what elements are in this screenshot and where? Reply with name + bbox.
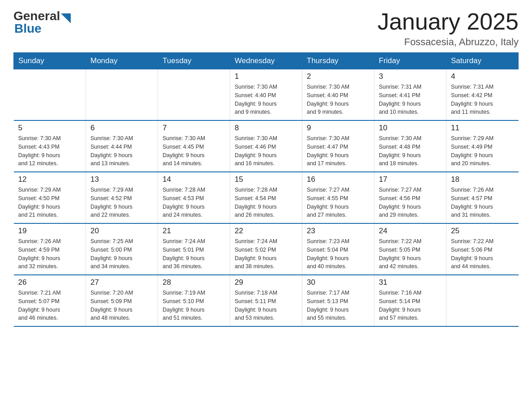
title-section: January 2025 Fossacesia, Abruzzo, Italy: [378, 9, 519, 48]
calendar-cell: 14Sunrise: 7:28 AM Sunset: 4:53 PM Dayli…: [158, 172, 230, 223]
day-number: 24: [379, 227, 442, 235]
day-info: Sunrise: 7:29 AM Sunset: 4:52 PM Dayligh…: [90, 186, 153, 219]
day-number: 27: [90, 278, 153, 287]
day-info: Sunrise: 7:30 AM Sunset: 4:47 PM Dayligh…: [307, 134, 369, 168]
calendar-cell: [446, 275, 519, 326]
calendar-cell: 7Sunrise: 7:30 AM Sunset: 4:45 PM Daylig…: [158, 120, 230, 172]
calendar-subtitle: Fossacesia, Abruzzo, Italy: [378, 36, 519, 48]
day-info: Sunrise: 7:28 AM Sunset: 4:54 PM Dayligh…: [235, 186, 297, 219]
calendar-week-row: 26Sunrise: 7:21 AM Sunset: 5:07 PM Dayli…: [14, 275, 519, 326]
calendar-cell: 4Sunrise: 7:31 AM Sunset: 4:42 PM Daylig…: [446, 69, 519, 121]
day-number: 15: [235, 175, 297, 184]
day-header-wednesday: Wednesday: [230, 53, 302, 69]
calendar-cell: [14, 69, 86, 121]
calendar-cell: 5Sunrise: 7:30 AM Sunset: 4:43 PM Daylig…: [14, 120, 86, 172]
day-header-saturday: Saturday: [446, 53, 519, 69]
day-number: 30: [307, 278, 369, 287]
calendar-cell: 24Sunrise: 7:22 AM Sunset: 5:05 PM Dayli…: [374, 223, 446, 275]
calendar-cell: 20Sunrise: 7:25 AM Sunset: 5:00 PM Dayli…: [86, 223, 158, 275]
calendar-cell: [86, 69, 158, 121]
calendar-cell: 15Sunrise: 7:28 AM Sunset: 4:54 PM Dayli…: [230, 172, 302, 223]
calendar-week-row: 5Sunrise: 7:30 AM Sunset: 4:43 PM Daylig…: [14, 120, 519, 172]
day-number: 21: [163, 227, 225, 235]
day-number: 18: [451, 175, 514, 184]
calendar-cell: 21Sunrise: 7:24 AM Sunset: 5:01 PM Dayli…: [158, 223, 230, 275]
day-header-monday: Monday: [86, 53, 158, 69]
day-number: 20: [90, 227, 153, 235]
day-info: Sunrise: 7:21 AM Sunset: 5:07 PM Dayligh…: [18, 289, 82, 322]
day-info: Sunrise: 7:31 AM Sunset: 4:42 PM Dayligh…: [451, 83, 514, 116]
day-info: Sunrise: 7:16 AM Sunset: 5:14 PM Dayligh…: [379, 289, 442, 322]
day-info: Sunrise: 7:30 AM Sunset: 4:48 PM Dayligh…: [379, 134, 442, 168]
calendar-cell: 17Sunrise: 7:27 AM Sunset: 4:56 PM Dayli…: [374, 172, 446, 223]
day-info: Sunrise: 7:29 AM Sunset: 4:49 PM Dayligh…: [451, 134, 514, 168]
day-info: Sunrise: 7:31 AM Sunset: 4:41 PM Dayligh…: [379, 83, 442, 116]
day-info: Sunrise: 7:22 AM Sunset: 5:06 PM Dayligh…: [451, 237, 514, 271]
calendar-table: SundayMondayTuesdayWednesdayThursdayFrid…: [13, 52, 519, 327]
day-info: Sunrise: 7:24 AM Sunset: 5:01 PM Dayligh…: [163, 237, 225, 271]
day-header-thursday: Thursday: [302, 53, 374, 69]
calendar-title: January 2025: [378, 9, 519, 34]
day-number: 23: [307, 227, 369, 235]
calendar-cell: 13Sunrise: 7:29 AM Sunset: 4:52 PM Dayli…: [86, 172, 158, 223]
day-info: Sunrise: 7:18 AM Sunset: 5:11 PM Dayligh…: [235, 289, 297, 322]
day-info: Sunrise: 7:27 AM Sunset: 4:55 PM Dayligh…: [307, 186, 369, 219]
day-info: Sunrise: 7:27 AM Sunset: 4:56 PM Dayligh…: [379, 186, 442, 219]
day-info: Sunrise: 7:26 AM Sunset: 4:57 PM Dayligh…: [451, 186, 514, 219]
calendar-week-row: 12Sunrise: 7:29 AM Sunset: 4:50 PM Dayli…: [14, 172, 519, 223]
day-number: 25: [451, 227, 514, 235]
calendar-cell: 28Sunrise: 7:19 AM Sunset: 5:10 PM Dayli…: [158, 275, 230, 326]
calendar-cell: 3Sunrise: 7:31 AM Sunset: 4:41 PM Daylig…: [374, 69, 446, 121]
day-info: Sunrise: 7:22 AM Sunset: 5:05 PM Dayligh…: [379, 237, 442, 271]
calendar-cell: 1Sunrise: 7:30 AM Sunset: 4:40 PM Daylig…: [230, 69, 302, 121]
day-info: Sunrise: 7:25 AM Sunset: 5:00 PM Dayligh…: [90, 237, 153, 271]
day-number: 9: [307, 124, 369, 133]
day-info: Sunrise: 7:30 AM Sunset: 4:45 PM Dayligh…: [163, 134, 225, 168]
day-info: Sunrise: 7:30 AM Sunset: 4:44 PM Dayligh…: [90, 134, 153, 168]
day-number: 2: [307, 72, 369, 81]
calendar-cell: 9Sunrise: 7:30 AM Sunset: 4:47 PM Daylig…: [302, 120, 374, 172]
day-number: 3: [379, 72, 442, 81]
day-number: 17: [379, 175, 442, 184]
calendar-cell: [158, 69, 230, 121]
calendar-cell: 19Sunrise: 7:26 AM Sunset: 4:59 PM Dayli…: [14, 223, 86, 275]
day-info: Sunrise: 7:17 AM Sunset: 5:13 PM Dayligh…: [307, 289, 369, 322]
day-number: 22: [235, 227, 297, 235]
day-info: Sunrise: 7:20 AM Sunset: 5:09 PM Dayligh…: [90, 289, 153, 322]
day-info: Sunrise: 7:29 AM Sunset: 4:50 PM Dayligh…: [18, 186, 82, 219]
day-number: 19: [18, 227, 82, 235]
day-info: Sunrise: 7:30 AM Sunset: 4:43 PM Dayligh…: [18, 134, 82, 168]
calendar-week-row: 1Sunrise: 7:30 AM Sunset: 4:40 PM Daylig…: [14, 69, 519, 121]
calendar-cell: 22Sunrise: 7:24 AM Sunset: 5:02 PM Dayli…: [230, 223, 302, 275]
day-info: Sunrise: 7:24 AM Sunset: 5:02 PM Dayligh…: [235, 237, 297, 271]
logo-blue-text: Blue: [14, 21, 71, 36]
day-info: Sunrise: 7:19 AM Sunset: 5:10 PM Dayligh…: [163, 289, 225, 322]
day-number: 12: [18, 175, 82, 184]
page-header: General Blue January 2025 Fossacesia, Ab…: [13, 9, 519, 48]
day-number: 1: [235, 72, 297, 81]
day-number: 5: [18, 124, 82, 133]
calendar-cell: 30Sunrise: 7:17 AM Sunset: 5:13 PM Dayli…: [302, 275, 374, 326]
day-info: Sunrise: 7:30 AM Sunset: 4:40 PM Dayligh…: [307, 83, 369, 116]
day-number: 7: [163, 124, 225, 133]
calendar-cell: 6Sunrise: 7:30 AM Sunset: 4:44 PM Daylig…: [86, 120, 158, 172]
day-number: 6: [90, 124, 153, 133]
calendar-cell: 25Sunrise: 7:22 AM Sunset: 5:06 PM Dayli…: [446, 223, 519, 275]
calendar-cell: 31Sunrise: 7:16 AM Sunset: 5:14 PM Dayli…: [374, 275, 446, 326]
day-info: Sunrise: 7:26 AM Sunset: 4:59 PM Dayligh…: [18, 237, 82, 271]
calendar-cell: 26Sunrise: 7:21 AM Sunset: 5:07 PM Dayli…: [14, 275, 86, 326]
day-header-tuesday: Tuesday: [158, 53, 230, 69]
calendar-cell: 16Sunrise: 7:27 AM Sunset: 4:55 PM Dayli…: [302, 172, 374, 223]
calendar-cell: 23Sunrise: 7:23 AM Sunset: 5:04 PM Dayli…: [302, 223, 374, 275]
day-info: Sunrise: 7:30 AM Sunset: 4:46 PM Dayligh…: [235, 134, 297, 168]
calendar-week-row: 19Sunrise: 7:26 AM Sunset: 4:59 PM Dayli…: [14, 223, 519, 275]
day-number: 31: [379, 278, 442, 287]
logo: General Blue: [13, 9, 71, 36]
calendar-cell: 10Sunrise: 7:30 AM Sunset: 4:48 PM Dayli…: [374, 120, 446, 172]
calendar-cell: 18Sunrise: 7:26 AM Sunset: 4:57 PM Dayli…: [446, 172, 519, 223]
day-header-sunday: Sunday: [14, 53, 86, 69]
day-number: 8: [235, 124, 297, 133]
day-number: 28: [163, 278, 225, 287]
day-number: 10: [379, 124, 442, 133]
calendar-cell: 12Sunrise: 7:29 AM Sunset: 4:50 PM Dayli…: [14, 172, 86, 223]
